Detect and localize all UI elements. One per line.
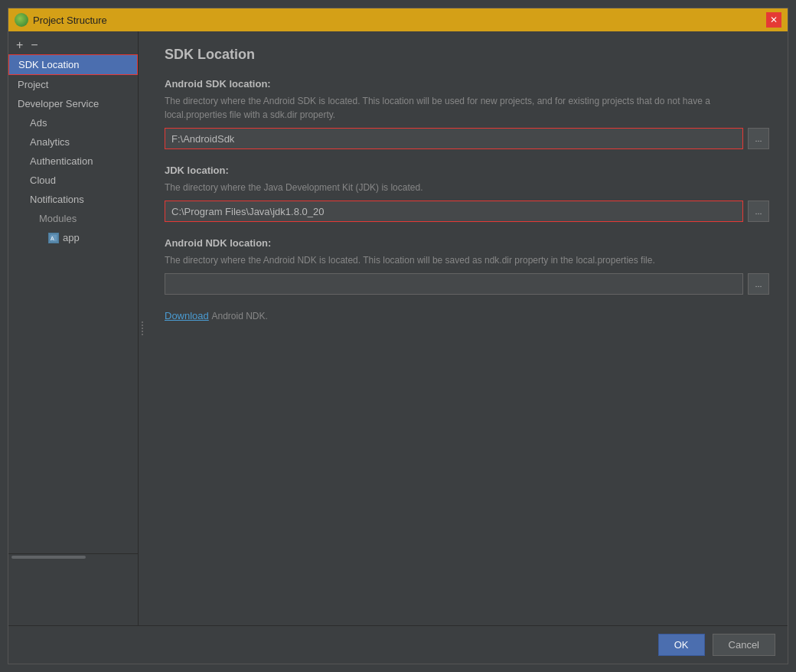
app-icon (15, 13, 28, 27)
android-sdk-description: The directory where the Android SDK is l… (165, 94, 769, 122)
android-ndk-label: Android NDK location: (165, 237, 769, 249)
resize-handle[interactable] (139, 31, 146, 625)
sidebar-item-developer-services[interactable]: Developer Service (8, 94, 138, 113)
sidebar-scrollbar[interactable] (8, 553, 138, 559)
sidebar-item-cloud[interactable]: Cloud (8, 171, 138, 190)
jdk-label: JDK location: (165, 165, 769, 176)
resize-dot-5 (142, 334, 143, 335)
dialog-title: Project Structure (33, 15, 107, 26)
resize-dot-4 (142, 331, 143, 332)
android-ndk-input[interactable] (165, 273, 743, 295)
android-sdk-label: Android SDK location: (165, 78, 769, 90)
android-sdk-input-row: ... (165, 128, 769, 149)
sidebar-scrollbar-thumb (11, 556, 86, 559)
sidebar-item-ads[interactable]: Ads (8, 113, 138, 132)
title-bar: Project Structure ✕ (8, 8, 788, 31)
android-sdk-browse-button[interactable]: ... (748, 128, 769, 149)
bottom-bar: OK Cancel (8, 625, 788, 664)
resize-dot-1 (142, 321, 143, 323)
panel-title: SDK Location (165, 47, 769, 63)
ok-button[interactable]: OK (658, 634, 705, 656)
add-button[interactable]: + (15, 39, 24, 51)
svg-text:A: A (51, 236, 54, 241)
android-ndk-description: The directory where the Android NDK is l… (165, 253, 769, 267)
jdk-browse-button[interactable]: ... (748, 201, 769, 222)
main-content: + − SDK Location Project Developer Servi… (8, 31, 788, 625)
download-section: Download Android NDK. (165, 310, 769, 321)
right-panel: SDK Location Android SDK location: The d… (146, 31, 788, 625)
sidebar-item-sdk-location[interactable]: SDK Location (8, 54, 138, 75)
android-ndk-browse-button[interactable]: ... (748, 273, 769, 295)
jdk-description: The directory where the Java Development… (165, 181, 769, 194)
sidebar-item-analytics[interactable]: Analytics (8, 132, 138, 152)
sidebar-item-project[interactable]: Project (8, 75, 138, 94)
app-module-icon: A (48, 233, 59, 243)
jdk-input-row: ... (165, 201, 769, 222)
cancel-button[interactable]: Cancel (713, 634, 775, 656)
resize-dot-3 (142, 328, 143, 329)
sidebar-toolbar: + − (8, 36, 138, 54)
jdk-input[interactable] (165, 201, 743, 222)
close-button[interactable]: ✕ (766, 12, 781, 28)
android-ndk-input-row: ... (165, 273, 769, 295)
sidebar-item-notifications[interactable]: Notifications (8, 190, 138, 209)
project-structure-dialog: Project Structure ✕ + − SDK Location Pro… (8, 8, 788, 664)
android-sdk-input[interactable] (165, 128, 743, 149)
sidebar: + − SDK Location Project Developer Servi… (8, 31, 139, 625)
sidebar-item-modules[interactable]: Modules (8, 209, 138, 228)
title-bar-left: Project Structure (15, 13, 107, 27)
download-link[interactable]: Download (165, 310, 209, 321)
download-suffix: Android NDK. (211, 311, 267, 321)
sidebar-item-authentication[interactable]: Authentication (8, 152, 138, 171)
sidebar-item-app[interactable]: A app (8, 228, 138, 247)
remove-button[interactable]: − (29, 39, 39, 51)
resize-dot-2 (142, 325, 143, 326)
